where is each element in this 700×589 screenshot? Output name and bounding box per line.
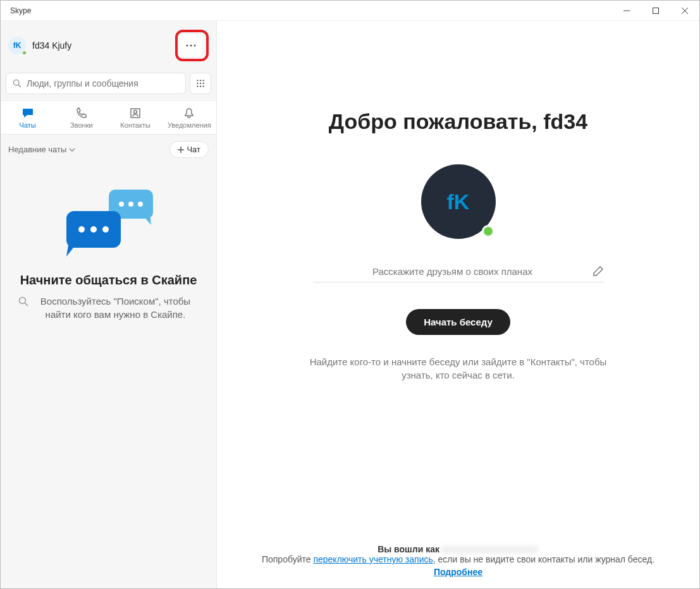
search-icon <box>18 296 28 307</box>
presence-indicator <box>21 50 27 56</box>
svg-point-8 <box>197 83 198 84</box>
tab-contacts[interactable]: Контакты <box>109 101 163 134</box>
svg-point-17 <box>119 202 124 207</box>
switch-account-link[interactable]: переключить учетную запись <box>313 554 433 564</box>
avatar-large-initials: fK <box>447 190 470 214</box>
empty-state: Начните общаться в Скайпе Воспользуйтесь… <box>1 164 216 588</box>
titlebar: Skype <box>1 1 699 21</box>
status-row[interactable]: Расскажите друзьям о своих планах <box>313 265 604 282</box>
svg-point-13 <box>203 86 204 87</box>
svg-point-23 <box>102 226 109 233</box>
find-description: Найдите кого-то и начните беседу или зай… <box>300 355 617 382</box>
close-button[interactable] <box>670 1 699 21</box>
empty-title: Начните общаться в Скайпе <box>20 272 197 288</box>
chevron-down-icon <box>69 148 75 152</box>
svg-point-1 <box>186 45 188 47</box>
svg-point-2 <box>190 45 192 47</box>
nav-tabs: Чаты Звонки Контакты Уведомления <box>1 100 216 135</box>
svg-point-3 <box>193 45 195 47</box>
avatar[interactable]: fK <box>8 37 26 54</box>
search-input[interactable] <box>6 73 186 94</box>
svg-point-15 <box>134 111 137 114</box>
svg-point-5 <box>197 80 198 81</box>
welcome-heading: Добро пожаловать, fd34 <box>329 109 587 134</box>
main-content: Добро пожаловать, fd34 fK Расскажите дру… <box>217 21 699 588</box>
empty-desc-text: Воспользуйтесь "Поиском", чтобы найти ко… <box>32 294 199 321</box>
tab-label: Звонки <box>70 121 93 129</box>
svg-point-12 <box>200 86 201 87</box>
signed-in-label: Вы вошли как <box>378 544 439 554</box>
avatar-large[interactable]: fK <box>421 164 496 239</box>
phone-icon <box>76 107 87 119</box>
minimize-button[interactable] <box>612 1 641 21</box>
window-title: Skype <box>10 6 612 15</box>
more-menu-button[interactable] <box>180 34 202 57</box>
recent-chats-dropdown[interactable]: Недавние чаты <box>8 145 75 154</box>
svg-point-4 <box>13 80 19 85</box>
empty-description: Воспользуйтесь "Поиском", чтобы найти ко… <box>18 294 199 321</box>
chat-icon <box>21 107 34 119</box>
try-text: Попробуйте <box>262 554 313 564</box>
sidebar: fK fd34 Kjufy Чаты <box>1 21 217 588</box>
svg-rect-0 <box>653 8 659 13</box>
new-chat-button[interactable]: Чат <box>169 141 209 158</box>
status-placeholder: Расскажите друзьям о своих планах <box>313 266 593 277</box>
start-conversation-button[interactable]: Начать беседу <box>406 309 510 335</box>
presence-indicator-large <box>482 225 494 238</box>
footer: Вы вошли как xxxxxxxxxxxxxxxxx Попробуйт… <box>217 544 699 577</box>
dialpad-button[interactable] <box>190 73 211 94</box>
chat-bubbles-illustration <box>55 185 163 260</box>
tab-label: Чаты <box>20 121 36 129</box>
recent-label-text: Недавние чаты <box>8 145 66 154</box>
svg-point-24 <box>20 298 26 304</box>
svg-point-19 <box>138 202 143 207</box>
svg-point-11 <box>197 86 198 87</box>
profile-row: fK fd34 Kjufy <box>1 21 216 73</box>
tab-chats[interactable]: Чаты <box>1 101 54 134</box>
profile-name[interactable]: fd34 Kjufy <box>32 40 175 51</box>
svg-point-18 <box>128 202 133 207</box>
svg-point-6 <box>200 80 201 81</box>
tab-label: Контакты <box>120 121 150 129</box>
search-field[interactable] <box>27 78 179 88</box>
tab-notifications[interactable]: Уведомления <box>163 101 216 134</box>
chat-btn-label: Чат <box>187 145 200 154</box>
bell-icon <box>183 107 195 119</box>
edit-icon[interactable] <box>593 265 604 277</box>
plus-icon <box>178 147 184 153</box>
avatar-initials: fK <box>13 41 21 50</box>
svg-point-22 <box>90 226 97 233</box>
svg-point-21 <box>78 226 85 233</box>
window-controls <box>612 1 699 21</box>
tab-calls[interactable]: Звонки <box>54 101 108 134</box>
signed-in-account-blurred: xxxxxxxxxxxxxxxxx <box>442 544 539 554</box>
learn-more-link[interactable]: Подробнее <box>242 567 674 577</box>
contacts-icon <box>130 107 141 119</box>
svg-point-10 <box>203 83 204 84</box>
maximize-button[interactable] <box>641 1 670 21</box>
after-switch-text: , если вы не видите свои контакты или жу… <box>433 554 654 564</box>
svg-point-9 <box>200 83 201 84</box>
tab-label: Уведомления <box>168 121 211 129</box>
svg-point-7 <box>203 80 204 81</box>
